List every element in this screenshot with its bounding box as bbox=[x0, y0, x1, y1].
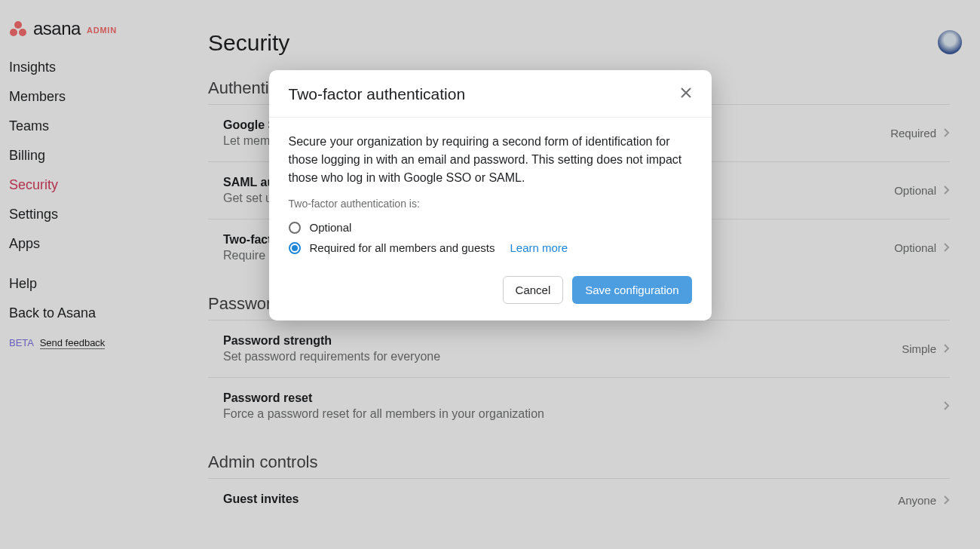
cancel-button[interactable]: Cancel bbox=[503, 276, 564, 304]
radio-label: Required for all members and guests bbox=[310, 241, 495, 254]
modal-sublabel: Two-factor authentication is: bbox=[289, 198, 692, 210]
close-button[interactable] bbox=[680, 87, 692, 103]
modal-description: Secure your organization by requiring a … bbox=[289, 133, 692, 187]
radio-icon bbox=[289, 222, 301, 234]
radio-icon bbox=[289, 242, 301, 254]
save-button[interactable]: Save configuration bbox=[572, 276, 691, 304]
radio-label: Optional bbox=[310, 221, 352, 234]
modal-2fa: Two-factor authentication Secure your or… bbox=[269, 70, 712, 321]
close-icon bbox=[680, 87, 692, 99]
radio-required[interactable]: Required for all members and guests Lear… bbox=[289, 238, 692, 258]
radio-optional[interactable]: Optional bbox=[289, 217, 692, 238]
modal-title: Two-factor authentication bbox=[289, 85, 466, 103]
modal-overlay[interactable]: Two-factor authentication Secure your or… bbox=[0, 0, 980, 549]
learn-more-link[interactable]: Learn more bbox=[510, 241, 568, 254]
